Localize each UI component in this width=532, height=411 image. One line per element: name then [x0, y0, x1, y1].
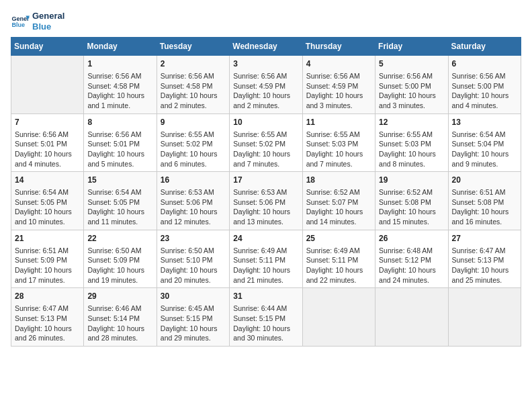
- day-number: 3: [233, 58, 298, 70]
- day-number: 5: [379, 58, 444, 70]
- header-tuesday: Tuesday: [157, 38, 229, 56]
- day-number: 8: [87, 117, 152, 128]
- day-info: Sunrise: 6:52 AMSunset: 5:08 PMDaylight:…: [379, 187, 444, 227]
- day-info: Sunrise: 6:46 AMSunset: 5:14 PMDaylight:…: [87, 304, 152, 343]
- day-info: Sunrise: 6:55 AMSunset: 5:02 PMDaylight:…: [161, 130, 226, 169]
- calendar-cell: 28Sunrise: 6:47 AMSunset: 5:13 PMDayligh…: [11, 288, 84, 347]
- calendar-cell: 23Sunrise: 6:50 AMSunset: 5:10 PMDayligh…: [157, 230, 229, 288]
- calendar-cell: 5Sunrise: 6:56 AMSunset: 5:00 PMDaylight…: [375, 56, 448, 114]
- day-info: Sunrise: 6:50 AMSunset: 5:10 PMDaylight:…: [161, 246, 226, 285]
- day-info: Sunrise: 6:51 AMSunset: 5:09 PMDaylight:…: [15, 246, 80, 285]
- svg-text:Blue: Blue: [11, 21, 25, 28]
- calendar-cell: 14Sunrise: 6:54 AMSunset: 5:05 PMDayligh…: [11, 172, 84, 230]
- calendar-cell: [448, 288, 521, 347]
- day-info: Sunrise: 6:54 AMSunset: 5:05 PMDaylight:…: [87, 187, 152, 227]
- calendar-cell: 2Sunrise: 6:56 AMSunset: 4:58 PMDaylight…: [157, 56, 229, 114]
- calendar-cell: 19Sunrise: 6:52 AMSunset: 5:08 PMDayligh…: [375, 172, 448, 230]
- week-row-3: 14Sunrise: 6:54 AMSunset: 5:05 PMDayligh…: [11, 172, 521, 230]
- day-info: Sunrise: 6:44 AMSunset: 5:15 PMDaylight:…: [233, 304, 298, 343]
- day-number: 1: [87, 58, 152, 70]
- day-number: 16: [161, 175, 226, 186]
- day-number: 25: [306, 233, 371, 244]
- day-info: Sunrise: 6:56 AMSunset: 4:59 PMDaylight:…: [306, 71, 371, 111]
- day-info: Sunrise: 6:53 AMSunset: 5:06 PMDaylight:…: [233, 187, 298, 227]
- day-info: Sunrise: 6:55 AMSunset: 5:03 PMDaylight:…: [306, 130, 371, 169]
- page-header: General Blue General Blue: [11, 11, 521, 32]
- calendar-cell: 24Sunrise: 6:49 AMSunset: 5:11 PMDayligh…: [230, 230, 302, 288]
- day-info: Sunrise: 6:54 AMSunset: 5:04 PMDaylight:…: [452, 130, 517, 169]
- day-info: Sunrise: 6:49 AMSunset: 5:11 PMDaylight:…: [233, 246, 298, 285]
- day-number: 4: [306, 58, 371, 70]
- header-friday: Friday: [375, 38, 448, 56]
- calendar-cell: 22Sunrise: 6:50 AMSunset: 5:09 PMDayligh…: [84, 230, 157, 288]
- day-info: Sunrise: 6:48 AMSunset: 5:12 PMDaylight:…: [379, 246, 444, 285]
- week-row-4: 21Sunrise: 6:51 AMSunset: 5:09 PMDayligh…: [11, 230, 521, 288]
- calendar-cell: 4Sunrise: 6:56 AMSunset: 4:59 PMDaylight…: [302, 56, 375, 114]
- day-info: Sunrise: 6:54 AMSunset: 5:05 PMDaylight:…: [15, 187, 80, 227]
- day-info: Sunrise: 6:53 AMSunset: 5:06 PMDaylight:…: [161, 187, 226, 227]
- calendar-cell: 31Sunrise: 6:44 AMSunset: 5:15 PMDayligh…: [230, 288, 302, 347]
- calendar-cell: 6Sunrise: 6:56 AMSunset: 5:00 PMDaylight…: [448, 56, 521, 114]
- day-info: Sunrise: 6:56 AMSunset: 5:00 PMDaylight:…: [379, 71, 444, 111]
- calendar-cell: [11, 56, 84, 114]
- day-info: Sunrise: 6:47 AMSunset: 5:13 PMDaylight:…: [452, 246, 517, 285]
- calendar-cell: [375, 288, 448, 347]
- day-number: 31: [233, 291, 298, 302]
- day-info: Sunrise: 6:49 AMSunset: 5:11 PMDaylight:…: [306, 246, 371, 285]
- calendar-cell: 12Sunrise: 6:55 AMSunset: 5:03 PMDayligh…: [375, 113, 448, 172]
- day-number: 18: [306, 175, 371, 186]
- week-row-2: 7Sunrise: 6:56 AMSunset: 5:01 PMDaylight…: [11, 113, 521, 172]
- calendar-cell: 18Sunrise: 6:52 AMSunset: 5:07 PMDayligh…: [302, 172, 375, 230]
- day-number: 19: [379, 175, 444, 186]
- day-info: Sunrise: 6:56 AMSunset: 5:01 PMDaylight:…: [87, 130, 152, 169]
- day-number: 30: [161, 291, 226, 302]
- calendar-cell: 16Sunrise: 6:53 AMSunset: 5:06 PMDayligh…: [157, 172, 229, 230]
- day-number: 23: [161, 233, 226, 244]
- day-info: Sunrise: 6:50 AMSunset: 5:09 PMDaylight:…: [87, 246, 152, 285]
- header-saturday: Saturday: [448, 38, 521, 56]
- calendar-header-row: SundayMondayTuesdayWednesdayThursdayFrid…: [11, 38, 521, 56]
- day-number: 22: [87, 233, 152, 244]
- day-number: 27: [452, 233, 517, 244]
- day-number: 13: [452, 117, 517, 128]
- day-info: Sunrise: 6:45 AMSunset: 5:15 PMDaylight:…: [161, 304, 226, 343]
- day-info: Sunrise: 6:55 AMSunset: 5:02 PMDaylight:…: [233, 130, 298, 169]
- day-info: Sunrise: 6:51 AMSunset: 5:08 PMDaylight:…: [452, 187, 517, 227]
- calendar-cell: 11Sunrise: 6:55 AMSunset: 5:03 PMDayligh…: [302, 113, 375, 172]
- calendar-cell: 26Sunrise: 6:48 AMSunset: 5:12 PMDayligh…: [375, 230, 448, 288]
- calendar-cell: 21Sunrise: 6:51 AMSunset: 5:09 PMDayligh…: [11, 230, 84, 288]
- day-number: 29: [87, 291, 152, 302]
- calendar-cell: 7Sunrise: 6:56 AMSunset: 5:01 PMDaylight…: [11, 113, 84, 172]
- day-number: 12: [379, 117, 444, 128]
- calendar-cell: 29Sunrise: 6:46 AMSunset: 5:14 PMDayligh…: [84, 288, 157, 347]
- header-sunday: Sunday: [11, 38, 84, 56]
- week-row-1: 1Sunrise: 6:56 AMSunset: 4:58 PMDaylight…: [11, 56, 521, 114]
- calendar-cell: 17Sunrise: 6:53 AMSunset: 5:06 PMDayligh…: [230, 172, 302, 230]
- calendar-table: SundayMondayTuesdayWednesdayThursdayFrid…: [11, 37, 521, 347]
- day-number: 11: [306, 117, 371, 128]
- day-info: Sunrise: 6:56 AMSunset: 4:58 PMDaylight:…: [87, 71, 152, 111]
- day-info: Sunrise: 6:52 AMSunset: 5:07 PMDaylight:…: [306, 187, 371, 227]
- calendar-cell: 10Sunrise: 6:55 AMSunset: 5:02 PMDayligh…: [230, 113, 302, 172]
- calendar-cell: 27Sunrise: 6:47 AMSunset: 5:13 PMDayligh…: [448, 230, 521, 288]
- calendar-cell: 30Sunrise: 6:45 AMSunset: 5:15 PMDayligh…: [157, 288, 229, 347]
- calendar-cell: [302, 288, 375, 347]
- day-info: Sunrise: 6:55 AMSunset: 5:03 PMDaylight:…: [379, 130, 444, 169]
- calendar-cell: 15Sunrise: 6:54 AMSunset: 5:05 PMDayligh…: [84, 172, 157, 230]
- day-info: Sunrise: 6:56 AMSunset: 5:01 PMDaylight:…: [15, 130, 80, 169]
- day-number: 17: [233, 175, 298, 186]
- header-thursday: Thursday: [302, 38, 375, 56]
- day-info: Sunrise: 6:56 AMSunset: 4:58 PMDaylight:…: [161, 71, 226, 111]
- day-number: 20: [452, 175, 517, 186]
- day-number: 10: [233, 117, 298, 128]
- day-number: 6: [452, 58, 517, 70]
- logo-text: General Blue: [32, 11, 64, 32]
- calendar-cell: 13Sunrise: 6:54 AMSunset: 5:04 PMDayligh…: [448, 113, 521, 172]
- day-info: Sunrise: 6:56 AMSunset: 4:59 PMDaylight:…: [233, 71, 298, 111]
- day-number: 28: [15, 291, 80, 302]
- calendar-cell: 8Sunrise: 6:56 AMSunset: 5:01 PMDaylight…: [84, 113, 157, 172]
- logo: General Blue General Blue: [11, 11, 64, 32]
- calendar-cell: 3Sunrise: 6:56 AMSunset: 4:59 PMDaylight…: [230, 56, 302, 114]
- day-number: 26: [379, 233, 444, 244]
- calendar-cell: 1Sunrise: 6:56 AMSunset: 4:58 PMDaylight…: [84, 56, 157, 114]
